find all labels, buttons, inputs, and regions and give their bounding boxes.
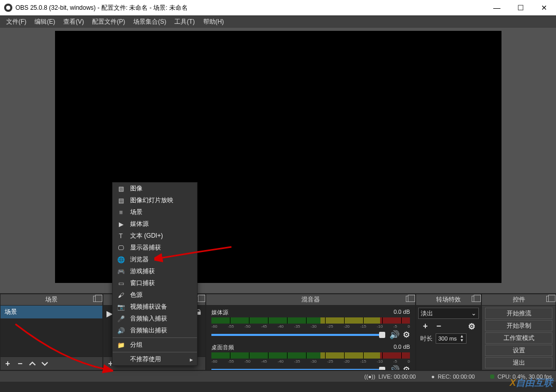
mic-icon: 🎤 bbox=[117, 315, 125, 323]
menu-scene-collection[interactable]: 场景集合(S) bbox=[129, 16, 170, 27]
transition-add-button[interactable]: + bbox=[420, 321, 431, 331]
transitions-title: 转场特效 bbox=[436, 295, 461, 304]
menu-profile[interactable]: 配置文件(P) bbox=[88, 16, 129, 27]
slideshow-icon: ▤ bbox=[117, 197, 125, 204]
status-live: ((●))LIVE: 00:00:00 bbox=[364, 373, 416, 380]
mixer-ch1-ticks: -60-55-50-45-40-35-30-25-20-15-10-50 bbox=[211, 324, 410, 329]
mixer-ch1-name: 媒体源 bbox=[211, 309, 228, 316]
media-icon: ▶ bbox=[117, 221, 125, 228]
mixer-ch1-slider[interactable] bbox=[211, 334, 385, 336]
menu-edit[interactable]: 编辑(E) bbox=[30, 16, 59, 27]
studio-mode-button[interactable]: 工作室模式 bbox=[485, 332, 552, 344]
scenes-popout-icon[interactable] bbox=[93, 296, 100, 303]
mixer-header: 混音器 bbox=[206, 294, 415, 306]
controls-popout-icon[interactable] bbox=[546, 296, 553, 303]
ctx-audio-input[interactable]: 🎤音频输入捕获 bbox=[113, 313, 197, 325]
image-icon: ▧ bbox=[117, 185, 125, 192]
ctx-game-capture[interactable]: 🎮游戏捕获 bbox=[113, 265, 197, 277]
menu-file[interactable]: 文件(F) bbox=[2, 16, 30, 27]
mixer-ch2-ticks: -60-55-50-45-40-35-30-25-20-15-10-50 bbox=[211, 359, 410, 364]
add-source-context-menu: ▧图像 ▤图像幻灯片放映 ≡场景 ▶媒体源 T文本 (GDI+) 🖵显示器捕获 … bbox=[112, 182, 198, 366]
menu-help[interactable]: 帮助(H) bbox=[199, 16, 228, 27]
mixer-channel-media: 媒体源0.0 dB -60-55-50-45-40-35-30-25-20-15… bbox=[206, 306, 415, 341]
start-recording-button[interactable]: 开始录制 bbox=[485, 320, 552, 331]
minimize-button[interactable]: — bbox=[485, 0, 509, 15]
ctx-color-source[interactable]: 🖌色源 bbox=[113, 289, 197, 301]
controls-title: 控件 bbox=[513, 295, 525, 304]
ctx-scene[interactable]: ≡场景 bbox=[113, 206, 197, 218]
controls-header: 控件 bbox=[482, 294, 555, 306]
ctx-audio-output[interactable]: 🔊音频输出捕获 bbox=[113, 325, 197, 336]
ctx-text[interactable]: T文本 (GDI+) bbox=[113, 230, 197, 242]
transition-mode-value: 淡出 bbox=[421, 309, 433, 318]
game-icon: 🎮 bbox=[117, 268, 125, 275]
transition-duration-value: 300 ms bbox=[438, 335, 457, 342]
scenes-panel: 场景 场景 + − bbox=[0, 294, 103, 370]
spin-down-icon[interactable]: ▼ bbox=[460, 338, 464, 343]
chevron-right-icon: ▸ bbox=[190, 356, 193, 363]
transition-settings-button[interactable]: ⚙ bbox=[467, 321, 477, 331]
globe-icon: 🌐 bbox=[117, 256, 125, 263]
scenes-toolbar: + − bbox=[1, 357, 102, 370]
transition-remove-button[interactable]: − bbox=[434, 321, 444, 331]
transition-select[interactable]: 淡出 ⌄ bbox=[418, 308, 479, 319]
mixer-ch2-slider[interactable] bbox=[211, 369, 385, 370]
ctx-separator bbox=[113, 337, 197, 338]
window-title: OBS 25.0.8 (32-bit, windows) - 配置文件: 未命名… bbox=[15, 4, 188, 12]
menu-tools[interactable]: 工具(T) bbox=[170, 16, 199, 27]
close-button[interactable]: ✕ bbox=[532, 0, 556, 15]
scene-icon: ≡ bbox=[117, 209, 125, 216]
ctx-display-capture[interactable]: 🖵显示器捕获 bbox=[113, 242, 197, 254]
mixer-ch2-speaker-icon[interactable]: 🔊 bbox=[389, 365, 400, 370]
bottom-panels: 场景 场景 + − 来源 ▶ + − bbox=[0, 293, 556, 370]
ctx-deprecated[interactable]: 不推荐使用▸ bbox=[113, 353, 197, 365]
transitions-popout-icon[interactable] bbox=[472, 296, 479, 303]
text-icon: T bbox=[117, 233, 125, 240]
scenes-down-button[interactable] bbox=[40, 359, 50, 369]
scenes-remove-button[interactable]: − bbox=[15, 359, 25, 369]
transition-duration-label: 时长 bbox=[420, 334, 433, 343]
obs-logo-icon bbox=[4, 4, 12, 12]
mixer-ch1-gear-icon[interactable]: ⚙ bbox=[403, 330, 410, 340]
menu-view[interactable]: 查看(V) bbox=[59, 16, 88, 27]
controls-panel: 控件 开始推流 开始录制 工作室模式 设置 退出 bbox=[481, 294, 556, 370]
brush-icon: 🖌 bbox=[117, 292, 125, 299]
mixer-ch1-speaker-icon[interactable]: 🔊 bbox=[389, 330, 400, 340]
mixer-panel: 混音器 媒体源0.0 dB -60-55-50-45-40-35-30-25-2… bbox=[206, 294, 416, 370]
mixer-ch2-gear-icon[interactable]: ⚙ bbox=[403, 365, 410, 370]
ctx-media[interactable]: ▶媒体源 bbox=[113, 218, 197, 230]
monitor-icon: 🖵 bbox=[117, 244, 125, 252]
mixer-ch2-meter bbox=[211, 352, 410, 359]
status-bar: ((●))LIVE: 00:00:00 ●REC: 00:00:00 CPU: … bbox=[0, 370, 556, 382]
mixer-ch1-meter bbox=[211, 317, 410, 324]
mixer-ch2-name: 桌面音频 bbox=[211, 344, 234, 351]
maximize-button[interactable]: ☐ bbox=[509, 0, 532, 15]
status-rec: ●REC: 00:00:00 bbox=[431, 373, 475, 380]
ctx-video-capture[interactable]: 📷视频捕获设备 bbox=[113, 301, 197, 313]
ctx-group[interactable]: 📁分组 bbox=[113, 339, 197, 351]
camera-icon: 📷 bbox=[117, 304, 125, 311]
mixer-ch1-level: 0.0 dB bbox=[393, 309, 410, 316]
menubar: 文件(F) 编辑(E) 查看(V) 配置文件(P) 场景集合(S) 工具(T) … bbox=[0, 15, 556, 28]
mixer-channel-desktop: 桌面音频0.0 dB -60-55-50-45-40-35-30-25-20-1… bbox=[206, 341, 415, 370]
start-streaming-button[interactable]: 开始推流 bbox=[485, 308, 552, 319]
mixer-title: 混音器 bbox=[301, 295, 320, 304]
scene-list-item[interactable]: 场景 bbox=[1, 306, 102, 318]
exit-button[interactable]: 退出 bbox=[485, 357, 552, 368]
mixer-popout-icon[interactable] bbox=[406, 296, 413, 303]
speaker-icon: 🔊 bbox=[117, 327, 125, 334]
transitions-header: 转场特效 bbox=[416, 294, 481, 306]
window-icon: ▭ bbox=[117, 280, 125, 287]
scenes-up-button[interactable] bbox=[27, 359, 38, 369]
ctx-browser[interactable]: 🌐浏览器 bbox=[113, 254, 197, 265]
preview-area bbox=[0, 28, 556, 293]
settings-button[interactable]: 设置 bbox=[485, 345, 552, 356]
transitions-panel: 转场特效 淡出 ⌄ + − ⚙ 时长 300 ms ▲▼ bbox=[416, 294, 481, 370]
scenes-add-button[interactable]: + bbox=[3, 359, 13, 369]
ctx-slideshow[interactable]: ▤图像幻灯片放映 bbox=[113, 194, 197, 206]
ctx-separator bbox=[113, 352, 197, 352]
transition-duration-input[interactable]: 300 ms ▲▼ bbox=[436, 333, 467, 344]
ctx-image[interactable]: ▧图像 bbox=[113, 183, 197, 194]
ctx-window-capture[interactable]: ▭窗口捕获 bbox=[113, 277, 197, 289]
status-cpu: CPU: 0.4%, 30.00 fps bbox=[490, 373, 552, 380]
